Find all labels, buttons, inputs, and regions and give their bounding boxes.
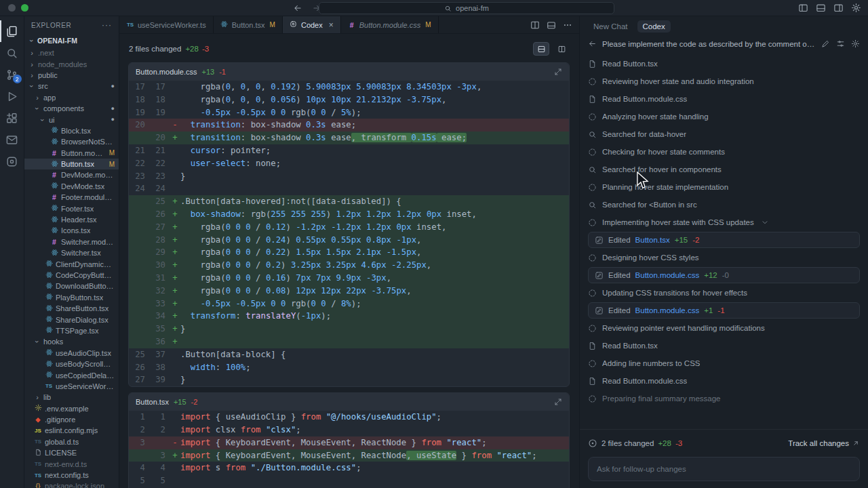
edited-file-link[interactable]: Button.tsx: [635, 236, 670, 244]
tree-item--gitignore[interactable]: ◆.gitignore: [24, 414, 119, 425]
tree-item-switcher-module-css[interactable]: #Switcher.module.css: [24, 237, 119, 247]
codex-tab-codex[interactable]: Codex: [637, 20, 671, 33]
task-step[interactable]: Read Button.module.css: [588, 372, 860, 390]
tree-folder-app[interactable]: ›app: [24, 92, 119, 103]
tree-folder-src[interactable]: ›src●: [24, 81, 119, 92]
task-step[interactable]: Reviewing hover state and audio integrat…: [588, 73, 860, 90]
tab-button-tsx[interactable]: Button.tsxM: [214, 16, 283, 33]
gear-icon[interactable]: [851, 3, 861, 13]
window-control-close[interactable]: [8, 4, 16, 12]
tree-item-button-tsx[interactable]: Button.tsxM: [24, 159, 119, 169]
tree-item-global-d-ts[interactable]: TSglobal.d.ts: [24, 436, 119, 447]
codex-tab-new-chat[interactable]: New Chat: [588, 20, 633, 33]
task-step[interactable]: Adding line numbers to CSS: [588, 354, 860, 372]
edited-file-row[interactable]: EditedButton.module.css+12-0: [588, 267, 860, 283]
tree-item-sharedialog-tsx[interactable]: ShareDialog.tsx: [24, 314, 119, 325]
back-icon[interactable]: [293, 3, 302, 13]
activitybar-item-explorer[interactable]: [0, 20, 24, 42]
task-step[interactable]: Read Button.tsx: [588, 337, 860, 354]
edited-file-row[interactable]: EditedButton.tsx+15-2: [588, 232, 860, 248]
activitybar-item-source-control[interactable]: 2: [0, 64, 24, 85]
tree-item-usecopieddelay-tsx[interactable]: useCopiedDelay.tsx: [24, 369, 119, 380]
view-split-button[interactable]: [553, 42, 570, 56]
activitybar-item-codex[interactable]: [0, 150, 24, 172]
more-icon[interactable]: [563, 20, 572, 30]
task-step[interactable]: Updating CSS transitions for hover effec…: [588, 284, 860, 302]
command-center-search[interactable]: openai-fm: [319, 2, 614, 14]
tree-item-next-env-d-ts[interactable]: TSnext-env.d.ts: [24, 458, 119, 469]
tree-item-package-lock-json[interactable]: {}package-lock.json: [24, 481, 119, 488]
tree-item-footer-tsx[interactable]: Footer.tsx: [24, 203, 119, 214]
edited-file-link[interactable]: Button.module.css: [635, 271, 700, 279]
task-step[interactable]: Checking for hover state comments: [588, 143, 860, 161]
tree-root[interactable]: › OPENAI-FM: [24, 34, 119, 47]
actions-icon[interactable]: [836, 39, 845, 48]
more-actions-icon[interactable]: ···: [102, 20, 112, 30]
edited-file-row[interactable]: EditedButton.module.css+1-1: [588, 302, 860, 319]
tree-folder-node-modules[interactable]: ›node_modules: [24, 58, 119, 69]
tree-item-devmode-module-css[interactable]: #DevMode.module.css: [24, 169, 119, 180]
compose-icon[interactable]: [821, 39, 830, 48]
tree-item-useserviceworker-ts[interactable]: TSuseServiceWorker.ts: [24, 381, 119, 392]
tab-useserviceworker-ts[interactable]: TSuseServiceWorker.ts: [119, 16, 214, 33]
tree-item-header-tsx[interactable]: Header.tsx: [24, 214, 119, 225]
window-control-zoom[interactable]: [21, 4, 28, 12]
split-icon[interactable]: [530, 20, 540, 30]
activitybar-item-mail[interactable]: [0, 129, 24, 150]
tree-item--env-example[interactable]: .env.example: [24, 403, 119, 414]
chat-input[interactable]: [597, 465, 851, 473]
tab-button-module-css[interactable]: #Button.module.cssM: [341, 16, 439, 33]
task-step[interactable]: Planning hover state implementation: [588, 178, 860, 196]
activitybar-item-run-debug[interactable]: [0, 85, 24, 107]
tree-item-usebodyscrollable-tsx[interactable]: useBodyScrollable.tsx: [24, 359, 119, 369]
task-step[interactable]: Implementing hover state with CSS update…: [588, 214, 860, 231]
tree-item-license[interactable]: LICENSE: [24, 447, 119, 458]
tree-item-downloadbutton-tsx[interactable]: DownloadButton.tsx: [24, 281, 119, 291]
task-step[interactable]: Reviewing pointer event handling modific…: [588, 319, 860, 337]
view-inline-button[interactable]: [533, 42, 549, 56]
tree-item-clientdynamictts-tsx[interactable]: ClientDynamicTTS.tsx: [24, 258, 119, 269]
tree-folder-components[interactable]: ›components●: [24, 103, 119, 114]
task-step[interactable]: Analyzing hover state handling: [588, 108, 860, 125]
task-step[interactable]: Searched for hover in components: [588, 161, 860, 178]
edited-file-link[interactable]: Button.module.css: [635, 306, 700, 314]
tree-item-footer-module-css[interactable]: #Footer.module.css: [24, 192, 119, 203]
close-icon[interactable]: ×: [329, 20, 334, 30]
activitybar-item-extensions[interactable]: [0, 107, 24, 129]
tree-item-useaudioclip-tsx[interactable]: useAudioClip.tsx: [24, 348, 119, 359]
tree-item-playbutton-tsx[interactable]: PlayButton.tsx: [24, 292, 119, 303]
task-step[interactable]: Read Button.tsx: [588, 55, 860, 73]
tree-item-browsernotsupport-[interactable]: BrowserNotSupport...: [24, 136, 119, 147]
panel-bottom-icon[interactable]: [816, 3, 826, 13]
task-step[interactable]: Designing hover CSS styles: [588, 249, 860, 266]
expand-icon[interactable]: [554, 68, 562, 76]
gear-icon[interactable]: [851, 39, 860, 48]
tree-item-switcher-tsx[interactable]: Switcher.tsx: [24, 247, 119, 258]
panel-bottom-icon[interactable]: [547, 20, 556, 30]
tree-item-eslint-config-mjs[interactable]: JSeslint.config.mjs: [24, 425, 119, 436]
tree-folder-lib[interactable]: ›lib: [24, 392, 119, 403]
tree-item-block-tsx[interactable]: Block.tsx: [24, 125, 119, 136]
tree-item-codecopybutton-tsx[interactable]: CodeCopyButton.tsx: [24, 270, 119, 281]
back-icon[interactable]: [588, 39, 597, 48]
tree-item-ttspage-tsx[interactable]: TTSPage.tsx: [24, 325, 119, 336]
tree-item-next-config-ts[interactable]: TSnext.config.ts: [24, 470, 119, 481]
panel-left-icon[interactable]: [798, 3, 808, 13]
expand-icon[interactable]: [554, 398, 562, 406]
chevron-down-icon[interactable]: [761, 218, 769, 226]
task-step[interactable]: Preparing final summary message: [588, 390, 860, 407]
tree-folder-public[interactable]: ›public: [24, 70, 119, 81]
task-step[interactable]: Searched for data-hover: [588, 125, 860, 143]
tree-item-button-module-[interactable]: #Button.module...M: [24, 148, 119, 159]
tree-folder-hooks[interactable]: ›hooks: [24, 336, 119, 347]
tree-folder-ui[interactable]: ›ui●: [24, 114, 119, 125]
task-step[interactable]: Read Button.module.css: [588, 90, 860, 108]
tree-item-devmode-tsx[interactable]: DevMode.tsx: [24, 181, 119, 192]
track-all-changes-button[interactable]: Track all changes: [788, 439, 860, 447]
tab-codex[interactable]: Codex×: [283, 16, 341, 33]
tree-item-sharebutton-tsx[interactable]: ShareButton.tsx: [24, 303, 119, 314]
activitybar-item-search[interactable]: [0, 42, 24, 64]
tree-item-icons-tsx[interactable]: Icons.tsx: [24, 225, 119, 236]
tree-folder--next[interactable]: ›.next: [24, 47, 119, 58]
panel-right-icon[interactable]: [833, 3, 844, 13]
